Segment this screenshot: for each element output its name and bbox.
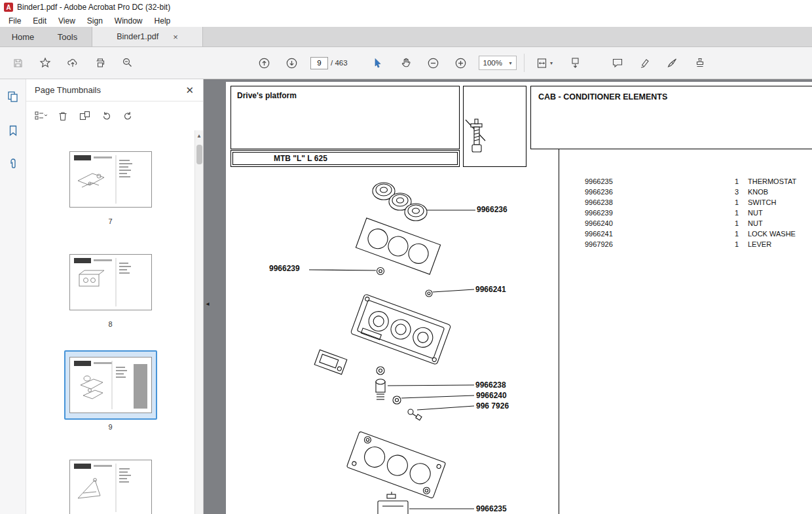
- print-button[interactable]: [89, 52, 111, 74]
- rotate-ccw-button[interactable]: [96, 107, 116, 125]
- tab-document[interactable]: Binder1.pdf ×: [92, 27, 203, 46]
- section-title-box: CAB - CONDITIONER ELEMENTS: [530, 86, 812, 149]
- tab-home[interactable]: Home: [0, 27, 46, 46]
- part-number: 9966240: [585, 218, 644, 229]
- fountain-pen-icon: [667, 57, 678, 69]
- thumbnail-scrollbar[interactable]: ▲: [194, 130, 203, 514]
- hand-tool-button[interactable]: [395, 52, 417, 74]
- menu-view[interactable]: View: [52, 14, 81, 27]
- thumbnail-preview[interactable]: [69, 254, 152, 310]
- callout-label: 9966236: [477, 205, 507, 214]
- menu-help[interactable]: Help: [149, 14, 177, 27]
- menu-edit[interactable]: Edit: [27, 14, 52, 27]
- panel-close-button[interactable]: ✕: [185, 84, 194, 96]
- platform-title: Drive's platform: [237, 91, 297, 100]
- printer-icon: [94, 57, 106, 69]
- fill-and-sign-button[interactable]: [689, 52, 711, 74]
- attachments-panel-button[interactable]: [5, 155, 22, 172]
- previous-page-button[interactable]: [253, 52, 275, 74]
- tab-tools[interactable]: Tools: [46, 27, 89, 46]
- part-row: 99662391NUT: [585, 208, 796, 218]
- callout-label: 9966238: [475, 380, 506, 390]
- zoom-out-button[interactable]: [422, 52, 445, 74]
- page-thumbnails-panel-button[interactable]: [5, 88, 22, 105]
- thumbnail-page-number: 7: [108, 217, 112, 225]
- highlighter-icon: [639, 57, 651, 69]
- title-bar: A Binder1.pdf - Adobe Acrobat Pro DC (32…: [0, 0, 812, 14]
- section-title: CAB - CONDITIONER ELEMENTS: [538, 92, 667, 101]
- search-icon: [122, 57, 134, 69]
- fit-width-icon: [536, 58, 547, 69]
- scroll-up-icon[interactable]: ▲: [195, 130, 203, 139]
- part-number: 9967926: [585, 239, 644, 249]
- model-box: MTB "L" L 625: [231, 150, 460, 167]
- bookmark-icon: [7, 124, 19, 137]
- part-name: KNOB: [748, 187, 768, 197]
- part-number: 9966238: [585, 197, 644, 208]
- screw-detail-box: [463, 86, 526, 167]
- thumbnail-page-10[interactable]: 10: [64, 453, 157, 514]
- close-icon[interactable]: ×: [173, 32, 178, 42]
- part-name: NUT: [748, 208, 763, 218]
- pdf-page: Drive's platform MTB "L" L 625 CAB - CON…: [226, 82, 812, 514]
- fit-width-dropdown[interactable]: ▾: [530, 52, 559, 74]
- save-icon: [12, 58, 24, 69]
- delete-pages-button[interactable]: [53, 107, 73, 125]
- resize-pages-icon: [79, 111, 90, 121]
- parts-list: 99662351THERMOSTAT 99662363KNOB 99662381…: [585, 176, 796, 249]
- part-name: NUT: [748, 218, 763, 229]
- comment-tool-button[interactable]: [606, 52, 629, 74]
- scrollbar-thumb[interactable]: [196, 145, 202, 164]
- thumbnail-preview[interactable]: [69, 151, 152, 208]
- next-page-button[interactable]: [280, 52, 303, 74]
- page-number-input[interactable]: [310, 57, 328, 69]
- part-qty: 1: [644, 229, 739, 239]
- part-row: 99679261LEVER: [585, 239, 796, 249]
- minus-circle-icon: [427, 57, 439, 69]
- callout-label: 9966239: [269, 264, 300, 273]
- callout-label: 996 7926: [476, 401, 509, 411]
- bookmarks-panel-button[interactable]: [5, 122, 22, 139]
- document-viewport[interactable]: ◂: [204, 79, 812, 514]
- zoom-in-button[interactable]: [450, 52, 472, 74]
- menu-file[interactable]: File: [3, 14, 27, 27]
- zoom-level-dropdown[interactable]: 100% ▾: [479, 56, 517, 70]
- menu-window[interactable]: Window: [109, 14, 149, 27]
- part-number: 9966239: [585, 208, 644, 218]
- rotate-cw-button[interactable]: [118, 107, 138, 125]
- part-number: 9966236: [585, 187, 644, 197]
- thumbnail-preview[interactable]: [69, 460, 152, 514]
- part-qty: 1: [644, 218, 739, 229]
- part-name: SWITCH: [748, 197, 776, 208]
- part-qty: 1: [644, 239, 739, 249]
- callout-label: 9966241: [475, 285, 506, 294]
- thumbnail-page-7[interactable]: 7: [64, 145, 157, 225]
- panel-collapse-handle[interactable]: ◂: [204, 297, 212, 310]
- platform-title-box: Drive's platform: [231, 86, 460, 149]
- thumbnail-preview[interactable]: [69, 357, 152, 413]
- table-divider-line: [559, 149, 559, 514]
- page-thumbnails-panel: Page Thumbnails ✕: [26, 79, 204, 514]
- favorites-button[interactable]: [34, 52, 56, 74]
- thumbnail-page-8[interactable]: 8: [64, 248, 157, 328]
- save-button[interactable]: [7, 52, 29, 74]
- part-number: 9966241: [585, 229, 644, 239]
- part-name: LOCK WASHE: [748, 229, 796, 239]
- resize-thumbnails-button[interactable]: [75, 107, 94, 125]
- cursor-arrow-icon: [373, 58, 384, 69]
- model-label: MTB "L" L 625: [274, 154, 327, 163]
- paperclip-icon: [7, 158, 19, 170]
- rotate-clockwise-icon: [122, 111, 134, 122]
- select-tool-button[interactable]: [367, 52, 390, 74]
- highlight-tool-button[interactable]: [634, 52, 656, 74]
- part-name: LEVER: [748, 239, 771, 249]
- scroll-mode-button[interactable]: [564, 52, 587, 74]
- hand-icon: [400, 57, 412, 69]
- search-button[interactable]: [117, 52, 139, 74]
- share-button[interactable]: [62, 52, 84, 74]
- stamp-icon: [694, 57, 706, 69]
- sign-tool-button[interactable]: [661, 52, 684, 74]
- thumbnail-options-menu[interactable]: [31, 107, 51, 125]
- menu-sign[interactable]: Sign: [81, 14, 109, 27]
- thumbnail-page-9[interactable]: 9: [64, 350, 157, 431]
